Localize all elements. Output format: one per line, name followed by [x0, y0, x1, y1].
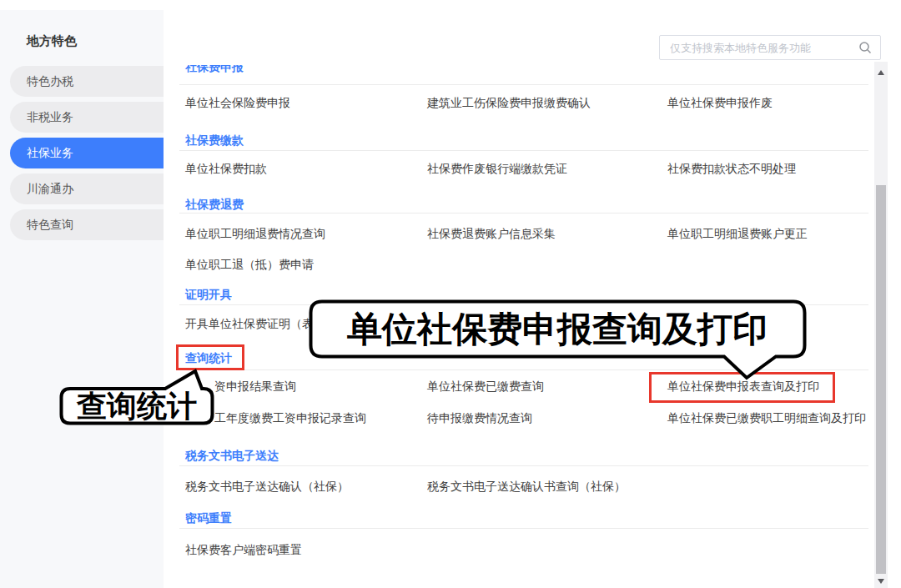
divider: [179, 84, 868, 85]
sidebar-item-label: 非税业务: [27, 110, 73, 125]
service-item[interactable]: 社保费扣款状态不明处理: [667, 162, 796, 177]
divider: [179, 528, 868, 529]
service-item[interactable]: 单位社保费申报作废: [667, 96, 773, 111]
sidebar-item-chuanyu-tongban[interactable]: 川渝通办: [10, 173, 164, 204]
scroll-down-arrow[interactable]: [874, 575, 888, 586]
callout-report-print-label: 单位社保费申报查询及打印: [346, 309, 768, 349]
service-item[interactable]: 社保费退费账户信息采集: [427, 227, 556, 242]
service-item[interactable]: 单位职工明细退费情况查询: [185, 227, 325, 242]
service-item[interactable]: 税务文书电子送达确认（社保）: [185, 480, 349, 495]
sidebar-item-feishui-yewu[interactable]: 非税业务: [10, 102, 164, 133]
sidebar-item-label: 川渝通办: [27, 182, 73, 197]
divider: [179, 465, 868, 466]
service-item[interactable]: 建筑业工伤保险费申报缴费确认: [427, 96, 591, 111]
sidebar-item-label: 社保业务: [27, 146, 73, 161]
section-title-tuifei: 社保费退费: [185, 198, 244, 213]
search-icon[interactable]: [858, 41, 872, 54]
service-item[interactable]: 单位职工明细退费账户更正: [667, 227, 808, 242]
scroll-up-arrow[interactable]: [874, 67, 888, 78]
divider: [179, 150, 868, 151]
scrollbar-thumb[interactable]: [876, 185, 886, 574]
section-title-mima-chongzhi: 密码重置: [185, 511, 232, 526]
sidebar-item-tese-chaxun[interactable]: 特色查询: [10, 209, 164, 240]
scrollbar: [874, 62, 888, 588]
callout-query-stats: 查询统计: [50, 359, 225, 438]
service-item[interactable]: 待申报缴费情况查询: [427, 411, 532, 426]
callout-report-print: 单位社保费申报查询及打印: [296, 292, 847, 388]
section-title-jiaokuan: 社保费缴款: [185, 133, 244, 148]
section-title-zhengming: 证明开具: [185, 288, 232, 303]
section-title-wenshu-songda: 税务文书电子送达: [185, 449, 279, 464]
callout-query-stats-label: 查询统计: [76, 389, 197, 423]
service-item[interactable]: 社保费作废银行端缴款凭证: [427, 162, 567, 177]
search-box: [659, 35, 881, 60]
divider: [179, 213, 868, 214]
service-item[interactable]: 社保费客户端密码重置: [185, 543, 302, 558]
sidebar-item-shebao-yewu[interactable]: 社保业务: [10, 138, 164, 168]
local-services-page: 地方特色 特色办税 非税业务 社保业务 川渝通办 特色查询 社保费申报 单位社会…: [0, 0, 901, 588]
service-item[interactable]: 工年度缴费工资申报记录查询: [214, 411, 366, 426]
service-item[interactable]: 资申报结果查询: [214, 379, 296, 395]
service-item[interactable]: 单位职工退（抵）费申请: [185, 258, 314, 273]
service-item[interactable]: 单位社会保险费申报: [185, 96, 290, 111]
sidebar-item-label: 特色办税: [27, 74, 73, 89]
service-item[interactable]: 单位社保费已缴费职工明细查询及打印: [667, 411, 866, 426]
sidebar-title: 地方特色: [27, 33, 77, 49]
service-item[interactable]: 税务文书电子送达确认书查询（社保）: [427, 480, 626, 495]
service-item[interactable]: 单位社保费扣款: [185, 162, 267, 177]
service-item[interactable]: 开具单位社保费证明（表: [185, 317, 314, 332]
search-input[interactable]: [660, 42, 858, 54]
sidebar-item-label: 特色查询: [27, 218, 73, 233]
sidebar-item-tese-banshui[interactable]: 特色办税: [10, 66, 164, 97]
